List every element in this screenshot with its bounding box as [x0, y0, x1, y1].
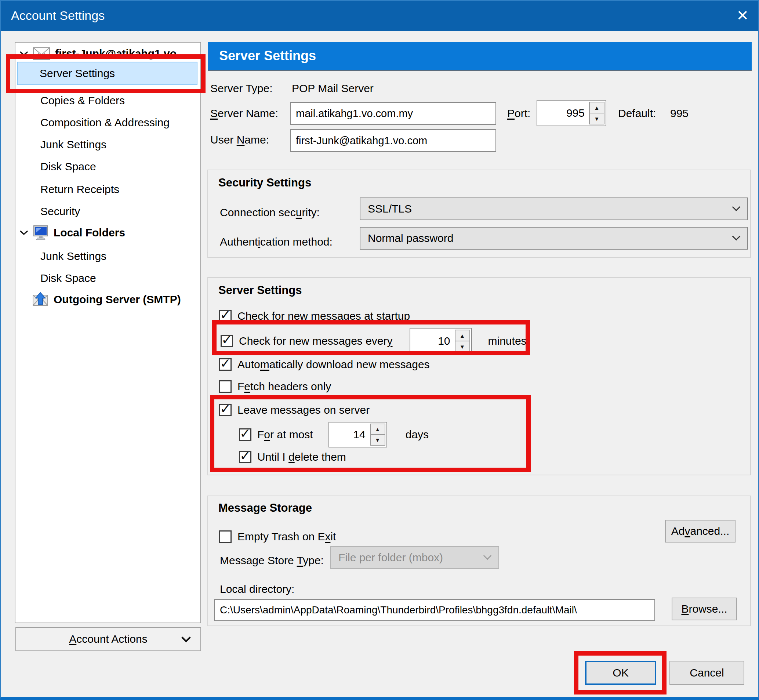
- user-name-input[interactable]: [290, 129, 496, 152]
- tree-account-root[interactable]: first-Junk@atikahg1.vo...: [20, 44, 186, 63]
- server-type-value: POP Mail Server: [292, 82, 373, 95]
- checkbox-label[interactable]: Fetch headers only: [237, 380, 331, 393]
- checkbox-label[interactable]: Automatically download new messages: [237, 358, 430, 371]
- for-at-most-stepper[interactable]: 14 ▲ ▼: [328, 422, 387, 447]
- auth-method-label: Authentication method:: [220, 236, 333, 248]
- page-title: Server Settings: [208, 42, 752, 71]
- store-type-value: File per folder (mbox): [338, 552, 443, 564]
- checkbox[interactable]: [219, 358, 231, 371]
- checkbox[interactable]: [219, 310, 231, 322]
- close-icon[interactable]: ✕: [736, 0, 749, 31]
- sidebar-item-local-junk-settings[interactable]: Junk Settings: [41, 247, 106, 265]
- checkbox-label[interactable]: Empty Trash on Exit: [237, 530, 336, 543]
- spin-up-button[interactable]: ▲: [589, 102, 604, 113]
- mail-account-icon: [33, 47, 50, 60]
- connection-security-value: SSL/TLS: [368, 203, 412, 215]
- chevron-down-icon: [20, 230, 28, 235]
- sidebar-item-disk-space[interactable]: Disk Space: [41, 158, 96, 175]
- group-title: Security Settings: [219, 176, 311, 189]
- local-directory-input[interactable]: [214, 599, 655, 621]
- sidebar-item-outgoing-server[interactable]: Outgoing Server (SMTP): [32, 291, 181, 308]
- for-at-most-row[interactable]: For at most 14 ▲ ▼ days: [239, 424, 429, 445]
- chevron-down-icon: [732, 232, 741, 241]
- for-at-most-unit: days: [406, 428, 429, 441]
- local-folders-label: Local Folders: [53, 227, 125, 239]
- advanced-button[interactable]: Advanced...: [665, 520, 736, 542]
- group-title: Server Settings: [219, 284, 302, 297]
- chevron-down-icon: [20, 51, 28, 56]
- checkbox[interactable]: [219, 530, 231, 543]
- sidebar-item-return-receipts[interactable]: Return Receipts: [41, 181, 119, 198]
- outgoing-server-label: Outgoing Server (SMTP): [53, 293, 181, 306]
- port-default-label: Default:: [618, 107, 656, 120]
- port-label: Port:: [507, 107, 530, 120]
- security-settings-group: Security Settings Connection security: S…: [208, 170, 751, 258]
- until-delete-row[interactable]: Until I delete them: [239, 448, 346, 466]
- sidebar-item-security[interactable]: Security: [41, 203, 80, 220]
- spin-up-button[interactable]: ▲: [370, 423, 386, 435]
- titlebar: Account Settings: [0, 0, 759, 31]
- sidebar-item-copies-folders[interactable]: Copies & Folders: [41, 92, 125, 109]
- connection-security-select[interactable]: SSL/TLS: [360, 197, 748, 220]
- leave-messages-row[interactable]: Leave messages on server: [219, 401, 370, 419]
- server-type-label: Server Type:: [210, 82, 273, 95]
- checkbox[interactable]: [219, 380, 231, 393]
- checkbox[interactable]: [239, 428, 251, 441]
- port-default-value: 995: [670, 107, 689, 120]
- spin-down-button[interactable]: ▼: [589, 113, 604, 125]
- server-settings-group: Server Settings Check for new messages a…: [208, 277, 751, 475]
- group-title: Message Storage: [219, 502, 312, 515]
- server-name-label: Server Name:: [210, 107, 278, 120]
- port-stepper[interactable]: 995 ▲ ▼: [537, 100, 606, 126]
- auto-download-row[interactable]: Automatically download new messages: [219, 356, 430, 373]
- sidebar-item-local-disk-space[interactable]: Disk Space: [41, 269, 96, 287]
- port-value[interactable]: 995: [537, 107, 589, 119]
- server-name-input[interactable]: [290, 102, 496, 125]
- message-storage-group: Message Storage Empty Trash on Exit Mess…: [208, 495, 751, 626]
- account-name: first-Junk@atikahg1.vo...: [55, 47, 186, 60]
- connection-security-label: Connection security:: [220, 206, 320, 219]
- chevron-down-icon: [483, 552, 492, 560]
- sidebar-item-junk-settings[interactable]: Junk Settings: [41, 136, 106, 153]
- store-type-select: File per folder (mbox): [330, 546, 499, 569]
- spin-down-button[interactable]: ▼: [455, 341, 470, 352]
- sidebar-item-label: Server Settings: [40, 67, 115, 80]
- tree-local-folders-root[interactable]: Local Folders: [20, 224, 125, 242]
- for-at-most-value[interactable]: 14: [329, 428, 370, 441]
- user-name-label: User Name:: [210, 134, 269, 146]
- cancel-button[interactable]: Cancel: [670, 661, 744, 685]
- chevron-down-icon: [181, 636, 191, 642]
- check-every-stepper[interactable]: 10 ▲ ▼: [409, 328, 472, 354]
- auth-method-select[interactable]: Normal password: [360, 227, 748, 250]
- check-every-unit: minutes: [488, 335, 527, 347]
- checkbox-label[interactable]: Leave messages on server: [237, 404, 370, 416]
- chevron-down-icon: [732, 203, 741, 211]
- spin-up-button[interactable]: ▲: [455, 330, 470, 341]
- checkbox-label[interactable]: Until I delete them: [257, 451, 346, 463]
- checkbox[interactable]: [220, 335, 233, 347]
- empty-trash-row[interactable]: Empty Trash on Exit: [219, 528, 336, 545]
- sidebar-item-server-settings[interactable]: Server Settings: [17, 62, 197, 85]
- local-folders-computer-icon: [33, 225, 48, 240]
- checkbox-label[interactable]: For at most: [257, 428, 313, 441]
- check-every-value[interactable]: 10: [410, 335, 455, 347]
- sidebar-item-composition-addressing[interactable]: Composition & Addressing: [41, 114, 170, 131]
- store-type-label: Message Store Type:: [220, 554, 324, 567]
- account-actions-button[interactable]: Account Actions: [16, 627, 201, 651]
- checkbox-label[interactable]: Check for new messages at startup: [237, 310, 410, 322]
- local-directory-label: Local directory:: [220, 583, 294, 595]
- window-title: Account Settings: [11, 8, 105, 23]
- spin-down-button[interactable]: ▼: [370, 435, 386, 445]
- checkbox[interactable]: [239, 451, 251, 463]
- account-tree: first-Junk@atikahg1.vo... Server Setting…: [15, 42, 201, 623]
- browse-button[interactable]: Browse...: [672, 598, 737, 620]
- outgoing-server-icon: [32, 292, 48, 307]
- checkbox-label[interactable]: Check for new messages every: [239, 335, 393, 347]
- account-actions-label: Account Actions: [69, 633, 147, 645]
- auth-method-value: Normal password: [368, 232, 453, 244]
- fetch-headers-row[interactable]: Fetch headers only: [219, 378, 331, 395]
- check-every-row[interactable]: Check for new messages every 10 ▲ ▼ minu…: [220, 330, 527, 352]
- ok-button[interactable]: OK: [585, 661, 656, 685]
- check-startup-row[interactable]: Check for new messages at startup: [219, 307, 410, 325]
- checkbox[interactable]: [219, 404, 231, 416]
